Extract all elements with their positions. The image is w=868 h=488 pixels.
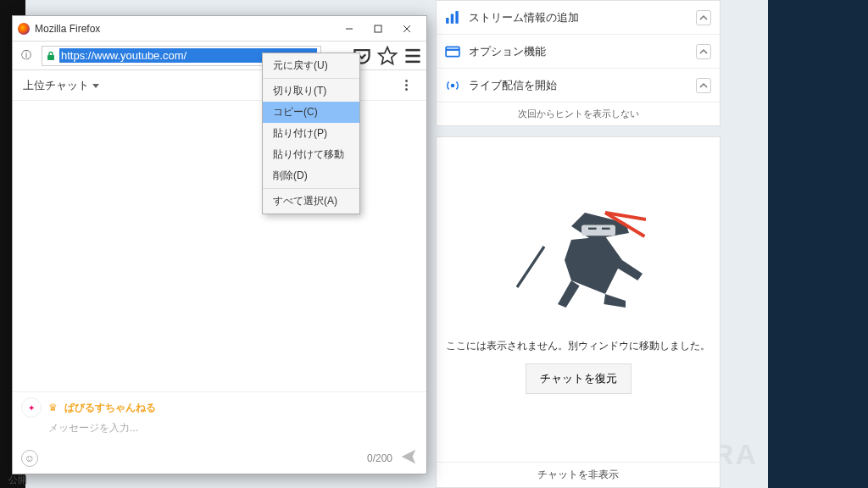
ctx-cut[interactable]: 切り取り(T) <box>263 78 359 102</box>
star-icon[interactable] <box>377 46 398 66</box>
message-input[interactable]: メッセージを入力... <box>48 418 418 441</box>
chat-mode-label: 上位チャット <box>23 78 89 93</box>
char-counter: 0/200 <box>367 452 392 464</box>
site-info-icon[interactable]: ⓘ <box>16 46 36 66</box>
right-dark-strip <box>768 0 868 488</box>
svg-line-6 <box>517 247 544 287</box>
ctx-undo[interactable]: 元に戻す(U) <box>263 55 359 76</box>
firefox-titlebar[interactable]: Mozilla Firefox <box>13 16 426 42</box>
settings-hint-off[interactable]: 次回からヒントを表示しない <box>437 103 720 125</box>
svg-rect-8 <box>588 228 597 230</box>
chat-footer: ☺ 0/200 <box>13 442 426 474</box>
ninja-icon <box>510 197 646 324</box>
svg-rect-4 <box>446 48 459 50</box>
svg-rect-3 <box>446 47 459 56</box>
publish-label: 公開 <box>8 474 27 486</box>
caret-down-icon <box>92 82 99 89</box>
svg-rect-7 <box>581 225 615 236</box>
svg-marker-21 <box>92 84 99 88</box>
settings-row-stream-info[interactable]: ストリーム情報の追加 <box>437 1 720 35</box>
restore-chat-button[interactable]: チャットを復元 <box>526 363 632 394</box>
hide-chat-button[interactable]: チャットを非表示 <box>437 462 720 487</box>
firefox-logo-icon <box>18 23 30 35</box>
settings-row-option[interactable]: オプション機能 <box>437 35 720 69</box>
svg-rect-0 <box>446 18 448 24</box>
chat-header: 上位チャット <box>13 70 426 101</box>
ctx-paste[interactable]: 貼り付け(P) <box>263 123 359 144</box>
settings-row-live-start[interactable]: ライブ配信を開始 <box>437 69 720 103</box>
chevron-up-icon[interactable] <box>696 44 711 59</box>
hamburger-icon[interactable] <box>403 46 423 66</box>
context-menu: 元に戻す(U) 切り取り(T) コピー(C) 貼り付け(P) 貼り付けて移動 削… <box>262 53 360 214</box>
ctx-select-all[interactable]: すべて選択(A) <box>263 188 359 212</box>
chat-more-icon[interactable] <box>396 75 416 96</box>
svg-rect-1 <box>451 14 453 23</box>
svg-rect-16 <box>47 55 54 60</box>
settings-label: ライブ配信を開始 <box>469 78 687 93</box>
close-button[interactable] <box>392 19 421 38</box>
minimize-button[interactable] <box>335 19 364 38</box>
settings-label: ストリーム情報の追加 <box>469 10 687 25</box>
address-bar-row: ⓘ https://www.youtube.com/ ••• <box>13 42 426 70</box>
chevron-up-icon[interactable] <box>696 78 711 93</box>
chat-input-area: ✦ ♛ ぱびるすちゃんねる メッセージを入力... <box>13 391 426 442</box>
ctx-copy[interactable]: コピー(C) <box>263 102 359 123</box>
chat-moved-card: ここには表示されません。別ウィンドウに移動しました。 チャットを復元 チャットを… <box>436 136 721 488</box>
crown-icon: ♛ <box>48 402 58 413</box>
chevron-up-icon[interactable] <box>696 10 711 25</box>
card-icon <box>445 44 460 59</box>
ctx-paste-go[interactable]: 貼り付けて移動 <box>263 144 359 165</box>
ctx-delete[interactable]: 削除(D) <box>263 165 359 186</box>
lock-icon <box>46 51 56 61</box>
window-title: Mozilla Firefox <box>35 23 335 35</box>
user-avatar-icon: ✦ <box>21 397 42 418</box>
chat-moved-message: ここには表示されません。別ウィンドウに移動しました。 <box>446 339 710 353</box>
chat-body <box>13 101 426 391</box>
bar-chart-icon <box>445 10 460 25</box>
antenna-icon <box>445 78 460 93</box>
svg-point-5 <box>451 83 455 87</box>
settings-card: ストリーム情報の追加 オプション機能 ライブ配信を開始 次回からヒントを表示しな… <box>436 0 721 126</box>
svg-rect-9 <box>602 228 610 230</box>
emoji-icon[interactable]: ☺ <box>21 450 38 467</box>
svg-rect-2 <box>455 11 458 24</box>
svg-rect-13 <box>375 25 381 32</box>
settings-label: オプション機能 <box>469 44 687 59</box>
channel-name: ぱびるすちゃんねる <box>64 401 156 415</box>
svg-marker-17 <box>379 47 397 64</box>
chat-mode-dropdown[interactable]: 上位チャット <box>23 78 99 93</box>
maximize-button[interactable] <box>364 19 392 38</box>
send-button[interactable] <box>399 447 418 469</box>
firefox-window: Mozilla Firefox ⓘ https://www.youtube.co… <box>12 15 427 474</box>
